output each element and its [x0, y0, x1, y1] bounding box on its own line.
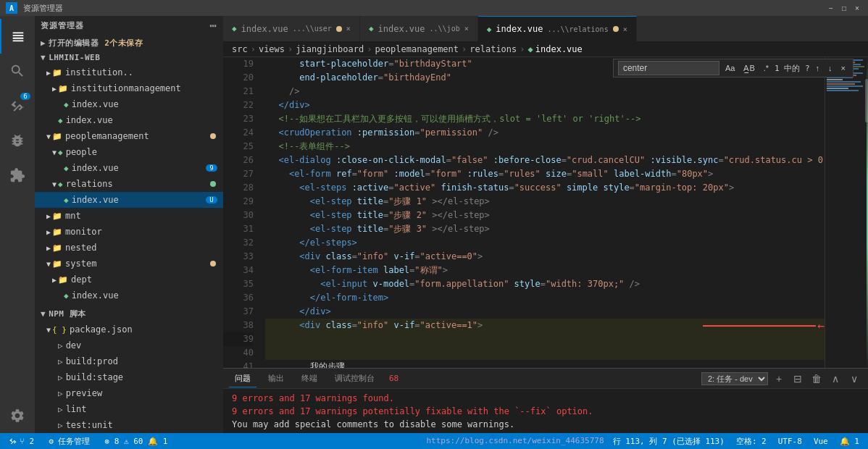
terminal-line-1: 9 errors and 17 warnings found. — [232, 392, 859, 405]
sidebar-item-nested[interactable]: ▶ 📁 nested — [35, 240, 223, 256]
sidebar-item-index-vue-1[interactable]: ◆ index.vue — [35, 96, 223, 112]
breadcrumb-indexvue[interactable]: ◆index.vue — [528, 44, 583, 54]
sidebar-item-index-vue-2[interactable]: ◆ index.vue — [35, 112, 223, 128]
breadcrumb-relations[interactable]: relations — [470, 44, 517, 54]
tab-user-dirty — [336, 26, 342, 32]
find-prev[interactable]: ↑ — [813, 63, 823, 73]
error-count-badge: 68 — [389, 374, 398, 383]
npm-script-preview[interactable]: ▷ preview — [35, 385, 223, 401]
code-line-21: /> — [265, 85, 825, 98]
code-line-30: <el-step title="步骤 1" ></el-step> — [265, 195, 825, 209]
sidebar: 资源管理器 ⋯ ▶ 打开的编辑器 2个未保存 ▼ LHMINI-WEB ▶ 📁 … — [35, 16, 223, 433]
find-regex[interactable]: .* — [761, 63, 772, 73]
minimize-button[interactable]: − — [826, 3, 836, 13]
activity-git[interactable]: 6 — [0, 88, 35, 123]
sidebar-item-peoplemanagement[interactable]: ▼ 📁 peoplemanagement — [35, 128, 223, 144]
terminal: 问题 输出 终端 调试控制台 68 2: 任务 - dev + ⊟ 🗑 ∧ ∨ … — [223, 368, 868, 433]
sidebar-item-institutionmanagement[interactable]: ▶ 📁 institutionmanagement — [35, 80, 223, 96]
npm-script-buildstage[interactable]: ▷ build:stage — [35, 369, 223, 385]
tab-user[interactable]: ◆ index.vue ...\\user × — [223, 16, 360, 41]
terminal-tab-bar: 问题 输出 终端 调试控制台 68 2: 任务 - dev + ⊟ 🗑 ∧ ∨ — [223, 369, 868, 389]
sidebar-item-relations-index[interactable]: ◆ index.vue U — [35, 192, 223, 208]
sidebar-item-system[interactable]: ▼ 📁 system — [35, 256, 223, 272]
status-encoding[interactable]: UTF-8 — [775, 436, 805, 447]
find-count: 1 中的 ? — [775, 63, 810, 74]
npm-script-buildprod[interactable]: ▷ build:prod — [35, 353, 223, 369]
find-whole-word[interactable]: A̲B — [740, 63, 757, 74]
sidebar-item-monitor[interactable]: ▶ 📁 monitor — [35, 224, 223, 240]
terminal-tab-terminal[interactable]: 终端 — [296, 370, 323, 387]
code-line-22: </div> — [265, 98, 825, 112]
terminal-up-btn[interactable]: ∧ — [827, 371, 843, 387]
close-button[interactable]: × — [852, 3, 862, 13]
breadcrumb-jiangjinboard[interactable]: jiangjinboard — [296, 44, 364, 54]
terminal-tab-output[interactable]: 输出 — [262, 370, 290, 387]
title-bar: A 资源管理器 − □ × — [0, 0, 868, 16]
sidebar-item-mnt[interactable]: ▶ 📁 mnt — [35, 208, 223, 224]
sidebar-item-people-index[interactable]: ◆ index.vue 9 — [35, 160, 223, 176]
code-line-32: <el-step title="步骤 3" ></el-step> — [265, 222, 825, 236]
relations-dot — [210, 181, 216, 187]
relations-badge: U — [206, 196, 217, 203]
status-spaces[interactable]: 空格: 2 — [733, 436, 769, 447]
status-notifications[interactable]: 🔔 1 — [837, 436, 862, 447]
status-tasks[interactable]: ⚙ 任务管理 — [46, 436, 93, 447]
window-controls[interactable]: − □ × — [826, 3, 862, 13]
activity-explorer[interactable] — [0, 19, 35, 54]
sidebar-item-people[interactable]: ▼ ◆ people — [35, 144, 223, 160]
tab-relations[interactable]: ◆ index.vue ...\\relations × — [478, 16, 637, 41]
code-line-28: <el-form ref="form" :model="form" :rules… — [265, 167, 825, 181]
terminal-split-btn[interactable]: ⊟ — [790, 371, 806, 387]
code-line-40: 我的步骤 — [265, 360, 825, 368]
find-input[interactable] — [618, 61, 719, 75]
activity-settings[interactable] — [0, 398, 35, 433]
npm-script-dev[interactable]: ▷ dev — [35, 337, 223, 353]
npm-script-lint[interactable]: ▷ lint — [35, 401, 223, 417]
activity-extensions[interactable] — [0, 158, 35, 193]
code-line-29: <el-steps :active="active" finish-status… — [265, 181, 825, 195]
tab-job[interactable]: ◆ index.vue ..\\job × — [360, 16, 478, 41]
app-icon: A — [6, 2, 17, 14]
peoplemanagement-dot — [210, 133, 216, 139]
terminal-add-btn[interactable]: + — [771, 371, 787, 387]
code-area[interactable]: start-placeholder="birthdayStart" end-pl… — [259, 57, 825, 368]
status-position[interactable]: 行 113, 列 7 (已选择 113) — [610, 436, 727, 447]
code-line-23: <!--如果想在工具栏加入更多按钮，可以使用插槽方式，slot = 'left'… — [265, 112, 825, 126]
sidebar-collapse-btn[interactable]: ⋯ — [209, 19, 217, 33]
terminal-body: 9 errors and 17 warnings found. 9 errors… — [223, 389, 868, 433]
sidebar-item-relations[interactable]: ▼ ◆ relations — [35, 176, 223, 192]
title-text: 资源管理器 — [23, 3, 820, 14]
terminal-trash-btn[interactable]: 🗑 — [809, 371, 825, 387]
terminal-tab-debug[interactable]: 调试控制台 — [329, 370, 380, 387]
find-match-case[interactable]: Aa — [722, 63, 738, 73]
sidebar-item-dept[interactable]: ▶ 📁 dept — [35, 272, 223, 288]
terminal-controls: 2: 任务 - dev + ⊟ 🗑 ∧ ∨ — [701, 371, 862, 387]
root-folder[interactable]: ▼ LHMINI-WEB — [35, 51, 223, 64]
tab-job-close[interactable]: × — [464, 25, 469, 33]
sidebar-item-institution[interactable]: ▶ 📁 institution.. — [35, 64, 223, 80]
breadcrumb-src[interactable]: src — [232, 44, 248, 54]
activity-debug[interactable] — [0, 123, 35, 158]
task-selector[interactable]: 2: 任务 - dev — [701, 372, 768, 385]
status-errors[interactable]: ⊗ 8 ⚠ 60 🔔 1 — [102, 437, 171, 446]
npm-script-testunit[interactable]: ▷ test:unit — [35, 417, 223, 433]
status-git[interactable]: ⑂ 2 — [6, 437, 37, 446]
opened-editors-section[interactable]: ▶ 打开的编辑器 2个未保存 — [35, 35, 223, 51]
terminal-down-btn[interactable]: ∨ — [846, 371, 862, 387]
find-next[interactable]: ↓ — [825, 63, 835, 73]
code-line-38: </div> — [265, 305, 825, 319]
find-close[interactable]: × — [838, 63, 848, 73]
activity-search[interactable] — [0, 54, 35, 88]
maximize-button[interactable]: □ — [839, 3, 849, 13]
status-language[interactable]: Vue — [811, 436, 831, 447]
code-line-33: </el-steps> — [265, 236, 825, 250]
sidebar-item-dept-index[interactable]: ◆ index.vue — [35, 288, 223, 303]
npm-scripts-section[interactable]: ▼ NPM 脚本 — [35, 306, 223, 322]
tab-user-close[interactable]: × — [346, 25, 351, 33]
breadcrumb-views[interactable]: views — [259, 44, 285, 54]
npm-package-json[interactable]: ▼ { } package.json — [35, 322, 223, 337]
tab-relations-close[interactable]: × — [623, 25, 627, 33]
sidebar-header: 资源管理器 ⋯ — [35, 16, 223, 35]
terminal-tab-problems[interactable]: 问题 — [229, 370, 256, 387]
breadcrumb-peoplemanagement[interactable]: peoplemanagement — [375, 44, 459, 54]
